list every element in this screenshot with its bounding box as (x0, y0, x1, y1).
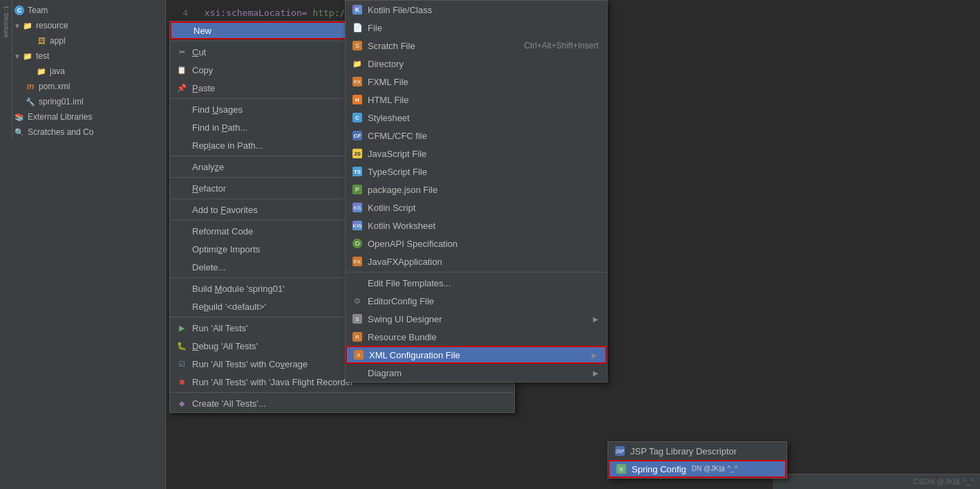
editorconfig-icon: ⚙ (351, 295, 364, 307)
submenu-js[interactable]: JS JavaScript File (346, 145, 607, 163)
menu-item-create-label: Create 'All Tests'... (192, 398, 266, 409)
ts-icon: TS (351, 165, 364, 178)
submenu-xml-config[interactable]: X XML Configuration File ▶ (346, 346, 607, 364)
menu-item-reformat-label: Reformat Code (192, 226, 253, 237)
sidebar-item-java[interactable]: 📁 java (0, 64, 165, 79)
kotlin-class-icon: K (351, 3, 364, 16)
submenu-kotlin-script[interactable]: KS Kotlin Script (346, 199, 607, 216)
pkg-icon: P (351, 183, 364, 196)
line-number-4: 4 (174, 6, 188, 21)
sidebar-item-spring01iml[interactable]: 🔧 spring01.iml (0, 94, 165, 109)
submenu-jsp-label: JSP Tag Library Descriptor (630, 446, 737, 456)
submenu-ts[interactable]: TS TypeScript File (346, 163, 607, 181)
menu-item-find-usages-label: Find Usages (192, 104, 243, 115)
edit-templates-icon (351, 277, 364, 289)
submenu-jsp-tag[interactable]: JSP JSP Tag Library Descriptor (608, 442, 786, 460)
sidebar-pomxml-label: pom.xml (39, 82, 70, 91)
submenu-spring-config[interactable]: S Spring Config DN @JK妹 ^_^ (608, 460, 786, 478)
chevron-icon: ▼ (14, 22, 21, 29)
delete-icon (176, 261, 188, 273)
sidebar-spring01iml-label: spring01.iml (39, 97, 84, 107)
folder-open-icon: 📁 (22, 20, 33, 31)
sidebar-external-libraries-label: External Libraries (28, 112, 92, 122)
scratches-icon: 🔍 (14, 127, 25, 138)
vertical-side-tabs: 1: Structure (0, 0, 12, 138)
favorites-icon (176, 203, 188, 216)
diagram-arrow: ▶ (593, 369, 599, 377)
submenu-cfml[interactable]: CF CFML/CFC file (346, 127, 607, 145)
submenu-editorconfig[interactable]: ⚙ EditorConfig File (346, 292, 607, 310)
cfml-icon: CF (351, 129, 364, 142)
sidebar-item-scratches[interactable]: ▶ 🔍 Scratches and Co (0, 124, 165, 140)
replace-icon (176, 139, 188, 151)
menu-item-run-label: Run 'All Tests' (192, 323, 248, 333)
submenu-scratch-file[interactable]: S Scratch File Ctrl+Alt+Shift+Insert (346, 37, 607, 55)
status-bar: CSDN @JK妹 ^_^ (773, 474, 980, 489)
diagram-icon (351, 367, 364, 379)
submenu-fxml[interactable]: FX FXML File (346, 73, 607, 91)
menu-item-coverage-label: Run 'All Tests' with Coverage (192, 359, 308, 369)
html-icon: H (351, 93, 364, 106)
menu-item-debug-label: Debug 'All Tests' (192, 341, 258, 351)
kw-icon: KW (351, 219, 364, 232)
sub-separator-1 (346, 272, 607, 273)
menu-item-favorites-label: Add to Favorites (192, 205, 258, 215)
submenu-kotlin-class[interactable]: K Kotlin File/Class (346, 1, 607, 19)
run-icon: ▶ (176, 322, 188, 334)
menu-item-find-in-path-label: Find in Path... (192, 122, 247, 133)
openapi-icon: O (351, 237, 364, 250)
js-icon: JS (351, 147, 364, 160)
sidebar-item-resources[interactable]: ▼ 📁 resource (0, 18, 165, 33)
submenu-kotlin-worksheet[interactable]: KW Kotlin Worksheet (346, 216, 607, 234)
side-tab-label: 1: Structure (3, 6, 10, 38)
menu-item-replace-label: Replace in Path... (192, 140, 263, 151)
submenu-openapi[interactable]: O OpenAPI Specification (346, 234, 607, 252)
submenu-openapi-label: OpenAPI Specification (368, 239, 458, 249)
submenu-directory[interactable]: 📁 Directory (346, 55, 607, 73)
submenu-kotlin-class-label: Kotlin File/Class (368, 5, 432, 15)
submenu-resource-bundle[interactable]: R Resource Bundle (346, 328, 607, 346)
scratch-shortcut: Ctrl+Alt+Shift+Insert (510, 41, 599, 50)
submenu-cfml-label: CFML/CFC file (368, 131, 427, 141)
submenu-xml-options: JSP JSP Tag Library Descriptor S Spring … (607, 441, 787, 479)
sidebar-item-pomxml[interactable]: m pom.xml (0, 79, 165, 94)
submenu-html[interactable]: H HTML File (346, 91, 607, 109)
bundle-icon: R (351, 331, 364, 343)
sidebar-item-team[interactable]: C Team (0, 3, 165, 18)
sidebar-item-application[interactable]: 🖼 appl (0, 33, 165, 48)
submenu-ts-label: TypeScript File (368, 167, 427, 177)
swing-arrow: ▶ (593, 315, 599, 323)
submenu-bundle-label: Resource Bundle (368, 332, 437, 342)
menu-item-rebuild-label: Rebuild '<default>' (192, 302, 266, 312)
submenu-fxml-label: FXML File (368, 77, 408, 87)
new-menu-icon (177, 24, 189, 37)
submenu-xml-config-label: XML Configuration File (369, 350, 460, 360)
menu-item-copy-label: Copy (192, 65, 213, 75)
menu-item-paste-label: Paste (192, 83, 215, 93)
menu-item-cut-label: Cut (192, 47, 206, 57)
submenu-editorconfig-label: EditorConfig File (368, 296, 434, 306)
swing-icon: S (351, 313, 364, 325)
submenu-spring-config-label: Spring Config (632, 464, 686, 474)
xml-config-icon: X (352, 349, 365, 361)
analyze-icon (176, 160, 188, 173)
jsp-tag-icon: JSP (614, 445, 626, 457)
sidebar-item-external-libraries[interactable]: ▶ 📚 External Libraries (0, 109, 165, 124)
submenu-javafx[interactable]: FX JavaFXApplication (346, 252, 607, 270)
menu-item-refactor-label: Refactor (192, 183, 226, 194)
submenu-stylesheet[interactable]: C Stylesheet (346, 109, 607, 127)
submenu-edit-templates[interactable]: Edit File Templates... (346, 274, 607, 292)
folder-java-icon: 📁 (36, 66, 47, 77)
submenu-file[interactable]: 📄 File (346, 19, 607, 37)
submenu-swing-ui[interactable]: S Swing UI Designer ▶ (346, 310, 607, 328)
sidebar-item-test[interactable]: ▼ 📁 test (0, 48, 165, 64)
scratch-icon: S (351, 39, 364, 52)
cdn-text: DN @JK妹 ^_^ (692, 464, 738, 474)
debug-icon: 🐛 (176, 340, 188, 352)
submenu-scratch-label: Scratch File (368, 41, 415, 51)
menu-item-create-all[interactable]: ◆ Create 'All Tests'... (170, 394, 514, 412)
xml-config-arrow: ▶ (592, 351, 597, 359)
submenu-diagram[interactable]: Diagram ▶ (346, 364, 607, 382)
submenu-package-json[interactable]: P package.json File (346, 181, 607, 199)
pom-icon: m (25, 81, 36, 92)
